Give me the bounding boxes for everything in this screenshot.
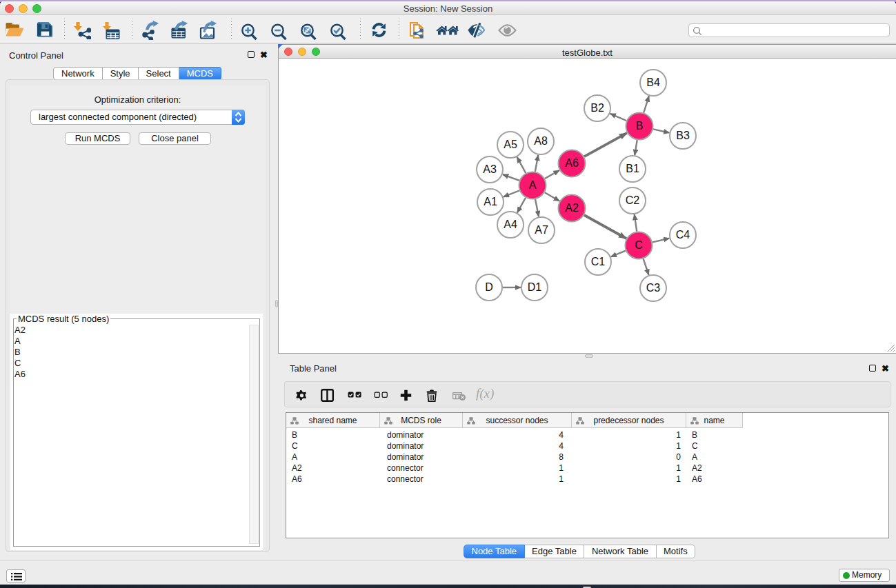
svg-text:C4: C4 <box>676 229 690 241</box>
svg-text:A4: A4 <box>504 219 517 230</box>
svg-text:A3: A3 <box>483 163 497 175</box>
svg-text:B: B <box>636 120 644 132</box>
svg-text:C: C <box>635 239 643 251</box>
svg-text:A2: A2 <box>565 202 579 214</box>
svg-text:C1: C1 <box>591 256 606 267</box>
svg-text:A6: A6 <box>565 157 579 169</box>
svg-text:D1: D1 <box>528 281 542 293</box>
svg-text:B4: B4 <box>646 77 660 88</box>
svg-text:C2: C2 <box>626 194 640 206</box>
svg-text:B1: B1 <box>626 163 639 174</box>
svg-text:A5: A5 <box>504 139 517 150</box>
svg-text:A1: A1 <box>484 196 497 207</box>
svg-text:D: D <box>485 281 493 293</box>
svg-text:C3: C3 <box>646 282 661 294</box>
svg-text:B2: B2 <box>590 102 604 114</box>
svg-text:A8: A8 <box>534 135 548 147</box>
svg-text:B3: B3 <box>676 130 690 141</box>
svg-text:A7: A7 <box>535 224 548 236</box>
svg-text:A: A <box>529 179 537 191</box>
